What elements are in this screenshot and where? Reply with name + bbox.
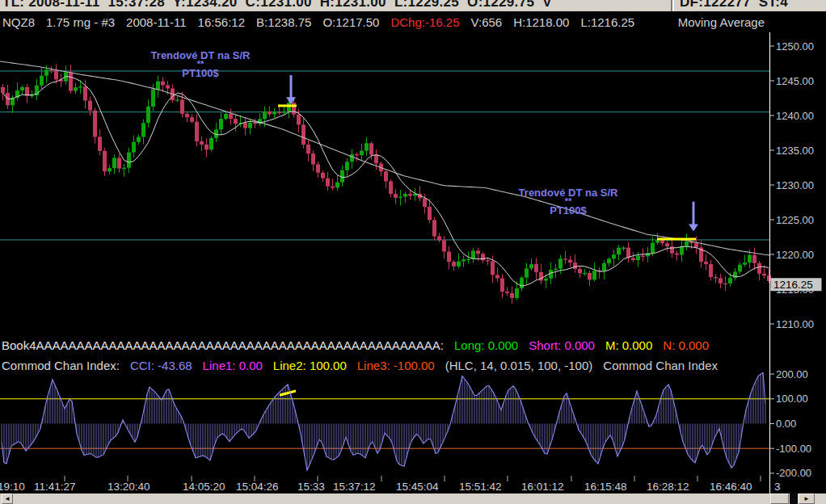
text-segment: 2008-11-11	[126, 15, 187, 29]
svg-text:1240.00: 1240.00	[776, 110, 814, 122]
text-segment: O:1217.50	[322, 15, 379, 29]
svg-text:13:20:40: 13:20:40	[107, 481, 150, 493]
annotation-line3: PT100$	[151, 68, 251, 78]
horizontal-scrollbar[interactable]: ◄ ►	[0, 494, 826, 504]
text-segment: 1.75 rng - #3	[46, 15, 115, 29]
svg-text:100.00: 100.00	[776, 393, 808, 405]
svg-text:1230.00: 1230.00	[776, 179, 814, 191]
text-segment: Line3: -100.00	[357, 359, 435, 372]
text-segment: Line2: 100.00	[273, 359, 347, 372]
svg-text:11:41:27: 11:41:27	[34, 481, 76, 493]
time-axis: 19:1011:41:2713:20:4014:05:2015:04:2615:…	[0, 476, 781, 493]
title-bar-stats-right: DF:122277 ST:4	[680, 0, 788, 10]
text-segment: Short: 0.000	[529, 338, 595, 352]
annotation-trend-dt-1[interactable]: Trendové DT na S/R ** PT100$	[151, 50, 251, 78]
svg-text:-100.00: -100.00	[776, 443, 811, 455]
scrollbar-gap	[790, 494, 798, 504]
chart-canvas[interactable]: 1250.001245.001240.001235.001230.001225.…	[0, 0, 826, 504]
scroll-left-button[interactable]: ◄	[2, 494, 13, 504]
chart-header-row: NQZ81.75 rng - #32008-11-1116:56:12B:123…	[0, 11, 826, 32]
text-segment: Book4AAAAAAAAAAAAAAAAAAAAAAAAAAAAAAAAAAA…	[2, 338, 444, 352]
svg-text:1220.00: 1220.00	[776, 249, 814, 261]
text-segment: Commod Chan Index	[603, 359, 718, 372]
text-segment: B:1238.75	[256, 15, 311, 29]
svg-text:14:05:20: 14:05:20	[183, 481, 225, 493]
text-segment: Line1: 0.00	[203, 359, 263, 372]
title-bar-divider	[671, 0, 674, 11]
support-resistance-lines	[0, 71, 769, 240]
text-segment: (HLC, 14, 0.015, 100, -100)	[445, 359, 593, 372]
svg-text:3: 3	[774, 481, 781, 493]
svg-text:0.00: 0.00	[776, 418, 796, 430]
svg-text:1245.00: 1245.00	[776, 75, 814, 87]
text-segment: N: 0.000	[663, 338, 709, 352]
svg-text:1216.25: 1216.25	[773, 279, 813, 291]
text-segment: V:656	[471, 15, 503, 29]
svg-text:16:15:48: 16:15:48	[584, 481, 627, 493]
down-arrows	[286, 75, 698, 232]
cci-plot	[0, 373, 769, 471]
annotation-line3: PT100$	[519, 205, 618, 216]
text-segment: DChg:-16.25	[390, 15, 459, 29]
svg-text:1210.00: 1210.00	[776, 318, 814, 330]
svg-text:15:51:42: 15:51:42	[459, 481, 502, 493]
text-segment: Long: 0.000	[454, 338, 518, 352]
svg-text:16:01:12: 16:01:12	[521, 481, 564, 493]
price-axis: 1250.001245.001240.001235.001230.001225.…	[769, 11, 822, 494]
svg-text:-200.00: -200.00	[776, 467, 811, 479]
cci-study-header-row: Commod Chan Index:CCI: -43.68Line1: 0.00…	[2, 359, 728, 372]
text-segment: NQZ8	[2, 15, 35, 29]
trading-app-window: 1250.001245.001240.001235.001230.001225.…	[0, 0, 826, 504]
svg-text:16:46:40: 16:46:40	[710, 481, 752, 493]
svg-text:200.00: 200.00	[776, 368, 808, 380]
scrollbar-thumb[interactable]	[770, 494, 789, 504]
tool-values-text: TL: 2008-11-11 15:37:28 Y:1234.20 C:1231…	[2, 0, 552, 10]
svg-text:15:45:04: 15:45:04	[396, 481, 439, 493]
text-segment: 16:56:12	[198, 15, 245, 29]
svg-text:1250.00: 1250.00	[776, 40, 814, 52]
study-label-moving-average[interactable]: Moving Average	[678, 15, 765, 29]
svg-text:16:28:12: 16:28:12	[647, 481, 689, 493]
candles	[1, 64, 771, 304]
text-segment: L:1216.25	[580, 15, 634, 29]
svg-text:1225.00: 1225.00	[776, 214, 814, 226]
text-segment: CCI: -43.68	[130, 359, 192, 372]
scroll-right-button[interactable]: ►	[799, 494, 815, 504]
annotation-trend-dt-2[interactable]: Trendové DT na S/R ** PT100$	[519, 187, 618, 216]
book-study-row: Book4AAAAAAAAAAAAAAAAAAAAAAAAAAAAAAAAAAA…	[2, 338, 719, 352]
window-title-bar: TL: 2008-11-11 15:37:28 Y:1234.20 C:1231…	[0, 0, 826, 11]
svg-text:15:04:26: 15:04:26	[236, 481, 279, 493]
text-segment: M: 0.000	[605, 338, 652, 352]
cci-line	[2, 373, 765, 471]
svg-text:15:33: 15:33	[297, 481, 325, 493]
svg-text:15:37:12: 15:37:12	[333, 481, 376, 493]
text-segment: H:1218.00	[513, 15, 569, 29]
text-segment: Commod Chan Index:	[2, 359, 120, 372]
svg-text:19:10: 19:10	[0, 481, 25, 493]
svg-text:1235.00: 1235.00	[776, 145, 814, 157]
